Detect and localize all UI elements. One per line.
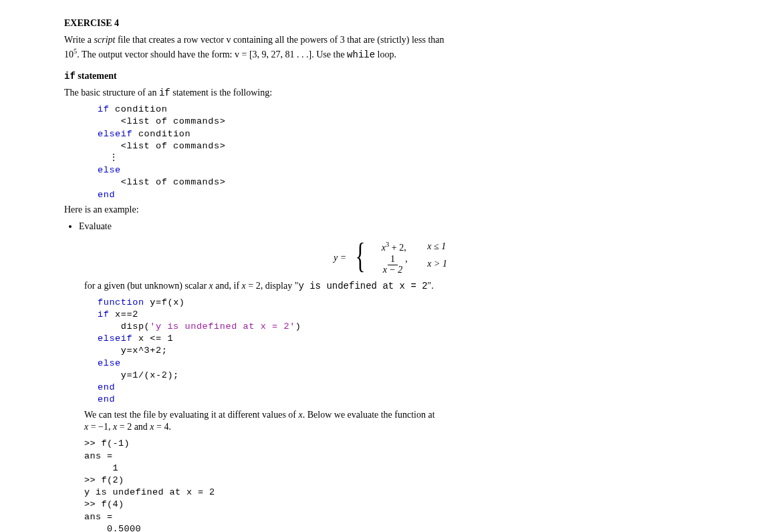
kw-else: else [98, 165, 121, 175]
cb-l3c: ) [295, 321, 301, 331]
cb-l4b: x <= 1 [132, 334, 173, 344]
cc-l3: 1 [84, 463, 118, 473]
cb-l7: y=1/(x-2); [98, 370, 179, 380]
case2-expr: 1 x − 2 , [370, 253, 418, 275]
ca-l3b: condition [132, 129, 190, 139]
ca-l6: <list of commands> [98, 177, 225, 187]
ex-l2d: while [347, 49, 375, 59]
ca-l2: <list of commands> [98, 116, 225, 126]
cc-l6: >> f(4) [84, 499, 124, 509]
tp-b: . Below we evaluate the function at [303, 410, 435, 420]
code-block-test-output: >> f(-1) ans = 1 >> f(2) y is undefined … [84, 438, 717, 532]
cb-l5: y=x^3+2; [98, 346, 167, 356]
case2-cond: x > 1 [418, 258, 447, 271]
cb-l1: function [98, 297, 144, 307]
given-line: for a given (but unknown) scalar x and, … [84, 280, 717, 293]
example-intro: Here is an example: [64, 204, 717, 217]
if-heading-b: statement [76, 71, 117, 81]
code-block-function-f: function y=f(x) if x==2 disp('y is undef… [98, 297, 717, 406]
kw-if: if [98, 104, 109, 114]
ca-l1b: condition [109, 104, 167, 114]
cb-l3b: 'y is undefined at x = 2' [150, 321, 295, 331]
cc-l5: y is undefined at x = 2 [84, 487, 215, 497]
example-body: for a given (but unknown) scalar x and, … [84, 280, 717, 532]
case-row-2: 1 x − 2 , x > 1 [370, 256, 447, 273]
ex-l1a: Write a [64, 35, 94, 45]
ex-l2a: 10 [64, 49, 74, 59]
tp-f: = 2 and [117, 422, 150, 432]
cc-l4: >> f(2) [84, 475, 124, 485]
g-b: and, if [213, 281, 242, 291]
c1c: + 2, [389, 243, 406, 253]
cc-l1: >> f(-1) [84, 438, 130, 448]
code-block-if-structure: if condition <list of commands> elseif c… [98, 104, 717, 201]
if-intro-c: statement is the following: [170, 88, 272, 98]
if-heading: if statement [64, 70, 717, 83]
test-paragraph: We can test the file by evaluating it at… [84, 409, 717, 434]
ex-l1c: file that creates a row vector v contain… [115, 35, 444, 45]
cc-l7: ans = [84, 512, 113, 522]
tp-h: = 4. [154, 422, 171, 432]
case1-cond: x ≤ 1 [418, 241, 446, 253]
if-intro-b: if [159, 88, 170, 98]
if-heading-a: if [64, 71, 76, 82]
cb-l4: elseif [98, 334, 132, 344]
frac-num: 1 [388, 255, 398, 265]
frac-den: x − 2 [380, 265, 406, 275]
cb-l8: end [98, 382, 115, 392]
if-intro-a: The basic structure of an [64, 88, 159, 98]
example-list: Evaluate [79, 221, 717, 233]
exercise-text: Write a script file that creates a row v… [64, 34, 717, 61]
ex-l2c: . The output vector should have the form… [77, 49, 347, 59]
left-brace: { [356, 239, 366, 273]
tp-d: = −1, [88, 422, 113, 432]
if-intro: The basic structure of an if statement i… [64, 87, 717, 100]
cb-l1b: y=f(x) [144, 297, 185, 307]
exercise-4: EXERCISE 4 Write a script file that crea… [64, 17, 717, 61]
ex-l1b: script [94, 35, 116, 45]
c2comma: , [405, 254, 408, 264]
ca-l4: <list of commands> [98, 141, 225, 151]
cb-l2b: x==2 [109, 309, 138, 319]
g-c: = 2, display " [246, 281, 299, 291]
bullet-evaluate: Evaluate [79, 221, 717, 233]
kw-elseif: elseif [98, 129, 132, 139]
fraction: 1 x − 2 [380, 255, 406, 275]
ex-l2e: loop. [375, 49, 396, 59]
cc-l2: ans = [84, 451, 113, 461]
g-a: for a given (but unknown) scalar [84, 281, 209, 291]
exercise-heading: EXERCISE 4 [64, 17, 717, 30]
cb-l2: if [98, 309, 109, 319]
case1-expr: x3 + 2, [370, 240, 418, 255]
ca-dots: ⋮ [98, 153, 119, 163]
cb-l6: else [98, 358, 121, 368]
cc-l8: 0.5000 [84, 524, 141, 532]
cb-l9: end [98, 394, 115, 404]
cb-l3a: disp( [98, 321, 150, 331]
tp-a: We can test the file by evaluating it at… [84, 410, 299, 420]
g-d: y is undefined at x = 2 [298, 281, 427, 291]
eq-cases: x3 + 2, x ≤ 1 1 x − 2 , x > 1 [370, 239, 447, 273]
kw-end: end [98, 190, 115, 200]
eq-lhs: y = [334, 239, 352, 273]
g-e: ". [428, 281, 434, 291]
piecewise-equation: y = { x3 + 2, x ≤ 1 1 x − 2 , x > 1 [64, 239, 717, 273]
